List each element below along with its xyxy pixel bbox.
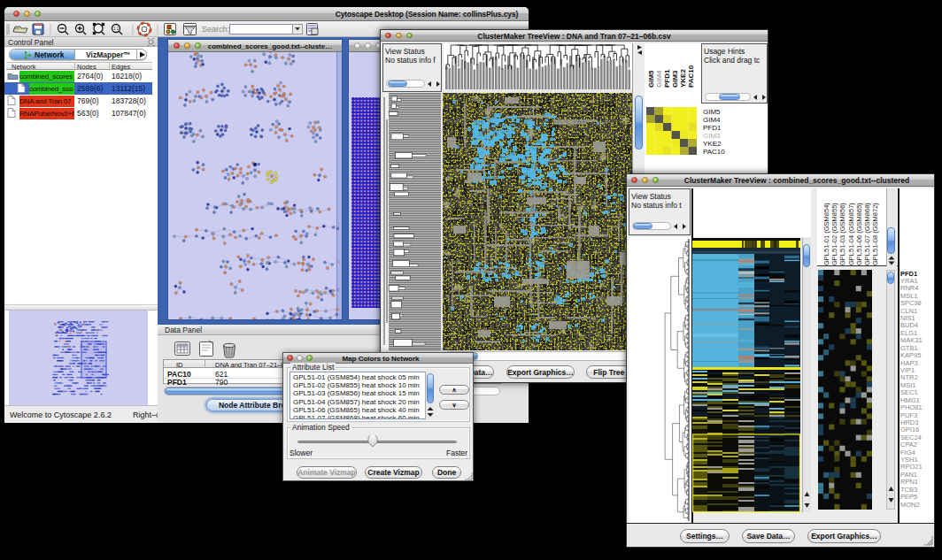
svg-text:Search:: Search: (202, 25, 229, 34)
svg-text:1:1: 1:1 (113, 27, 120, 31)
